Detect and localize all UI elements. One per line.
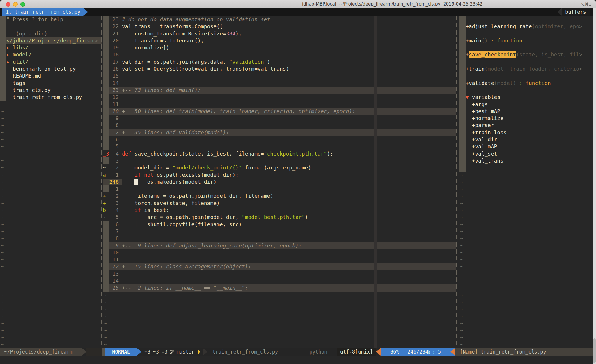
tree-item[interactable]: " Press ? for help [0, 16, 102, 23]
tree-item[interactable]: .. (up a dir) [0, 30, 102, 37]
tag-item[interactable] [459, 72, 596, 79]
window-separator[interactable] [456, 16, 457, 348]
code-line[interactable]: +3 torch.save(state, filename) [103, 200, 456, 207]
tag-item[interactable] [459, 30, 596, 37]
line-text: val_set = QuerySet(root=val_dir, transfo… [122, 66, 289, 72]
folded-code-line[interactable]: 12+-- 15 lines: class AverageMeter(objec… [103, 263, 456, 270]
code-line[interactable]: 14 [103, 277, 456, 284]
tree-item[interactable]: ▸ util/ [0, 58, 102, 65]
code-line[interactable]: ~5 │ src = os.path.join(model_dir, "mode… [103, 214, 456, 221]
tree-item[interactable]: README.md [0, 72, 102, 79]
code-line[interactable]: 5 [103, 143, 456, 150]
line-number: 20 [109, 37, 122, 44]
tag-item[interactable] [459, 16, 596, 23]
tree-item[interactable]: benchmark_on_test.py [0, 65, 102, 72]
code-line[interactable]: 6 │ shutil.copyfile(filename, src) [103, 221, 456, 228]
tree-item[interactable]: </jdhao/Projects/deep_firear> [0, 37, 102, 44]
tag-item[interactable] [459, 58, 596, 65]
code-line[interactable]: 22val_trans = transforms.Compose([ [103, 23, 456, 30]
code-line[interactable]: 11 [103, 101, 456, 108]
code-line[interactable]: 16val_set = QuerySet(root=val_dir, trans… [103, 65, 456, 72]
tree-item[interactable]: tags [0, 80, 102, 87]
sign-column [459, 65, 466, 72]
line-text: val_trans = transforms.Compose([ [122, 23, 223, 29]
code-line[interactable]: 12 [103, 94, 456, 101]
code-line[interactable]: 20 transforms.ToTensor(), [103, 37, 456, 44]
code-line[interactable]: 3 [103, 157, 456, 164]
code-line[interactable]: b4 if is_best: [103, 207, 456, 214]
tree-item[interactable]: train_retr_from_cls.py [0, 94, 102, 101]
tag-item[interactable]: +validate(model) : function [459, 80, 596, 87]
code-line[interactable]: 8 [103, 122, 456, 129]
code-line[interactable]: 21 custom_transform.Resize(size=384), [103, 30, 456, 37]
tag-item[interactable]: +main() : function [459, 37, 596, 44]
code-line[interactable]: 7 [103, 228, 456, 235]
tag-item[interactable]: +train(model, train_loader, criterio> [459, 65, 596, 72]
folded-code-line[interactable]: 15+-- 2 lines: if __name__ == "__main__"… [103, 284, 456, 291]
tree-item[interactable]: ▸ model/ [0, 51, 102, 58]
empty-line: ~ [0, 115, 102, 122]
code-line[interactable]: ~2 model_dir = "model/check_point/{}".fo… [103, 164, 456, 171]
code-line[interactable]: 19 normalize]) [103, 44, 456, 51]
tilde-icon: ~ [0, 341, 4, 347]
folded-code-line[interactable]: 10+-- 50 lines: def train(model, train_l… [103, 108, 456, 115]
cursor-block [134, 179, 138, 185]
line-number: 9 [109, 115, 122, 122]
code-line[interactable]: 1 [103, 185, 456, 192]
code-line[interactable]: 10 [103, 249, 456, 256]
folded-code-line[interactable]: 7+-- 35 lines: def validate(model): [103, 129, 456, 136]
line-text: +-- 35 lines: def validate(model): [122, 129, 229, 135]
tag-item[interactable]: +val_set [459, 150, 596, 157]
code-line[interactable]: 18 [103, 51, 456, 58]
window-separator[interactable] [101, 16, 102, 348]
color-column [374, 122, 377, 129]
minimize-button[interactable] [13, 2, 18, 7]
empty-line: ~ [0, 143, 102, 150]
scrollbar-thumb[interactable] [593, 338, 596, 363]
tag-item[interactable]: +args [459, 101, 596, 108]
code-line[interactable]: 6 [103, 136, 456, 143]
tree-item[interactable]: train_cls.py [0, 87, 102, 94]
code-line[interactable]: a1 if not os.path.exists(model_dir): [103, 172, 456, 179]
command-line[interactable] [0, 356, 596, 364]
tag-item[interactable]: +val_mAP [459, 143, 596, 150]
tag-item[interactable]: +train_loss [459, 129, 596, 136]
tree-item[interactable] [0, 101, 102, 108]
line-number: 15 [109, 284, 122, 291]
tree-item[interactable] [0, 23, 102, 30]
tag-item[interactable]: +normalize [459, 115, 596, 122]
code-line[interactable]: 246 os.makedirs(model_dir) [103, 179, 456, 185]
code-line[interactable]: 11 [103, 256, 456, 263]
code-line[interactable]: _34def save_checkpoint(state, is_best, f… [103, 150, 456, 157]
zoom-button[interactable] [20, 2, 25, 7]
close-button[interactable] [6, 2, 10, 7]
empty-line: ~ [0, 207, 102, 214]
code-line[interactable]: 13 [103, 270, 456, 277]
scrollbar-track[interactable] [593, 8, 596, 364]
code-line[interactable]: 23# do not do data augmentation on valid… [103, 16, 456, 23]
tilde-icon: ~ [459, 235, 463, 241]
tree-item[interactable]: ▸ libs/ [0, 44, 102, 51]
code-line[interactable]: 8 [103, 235, 456, 242]
tag-item[interactable] [459, 87, 596, 94]
tag-item[interactable]: +val_dir [459, 136, 596, 143]
tag-item[interactable]: +adjust_learning_rate(optimizer, epo> [459, 23, 596, 30]
code-line[interactable]: 15 [103, 72, 456, 79]
buffer-tab[interactable]: 1. train_retr_from_cls.py [2, 8, 88, 16]
folded-code-line[interactable]: 13+-- 73 lines: def main(): [103, 87, 456, 94]
empty-line: ~ [0, 292, 102, 299]
code-line[interactable]: 9 [103, 115, 456, 122]
tag-item[interactable]: ▼ variables [459, 94, 596, 101]
nerdtree-status-fill [86, 348, 102, 356]
code-line[interactable]: 14 [103, 80, 456, 87]
tag-item[interactable] [459, 164, 596, 171]
color-column [374, 256, 377, 263]
tag-item[interactable]: +parser [459, 122, 596, 129]
code-line[interactable]: +2 filename = os.path.join(model_dir, fi… [103, 192, 456, 199]
tag-item[interactable]: +val_trans [459, 157, 596, 164]
tag-item[interactable]: +save_checkpoint(state, is_best, fil> [459, 51, 596, 58]
tag-item[interactable]: +best_mAP [459, 108, 596, 115]
tag-item[interactable] [459, 44, 596, 51]
code-line[interactable]: 17val_dir = os.path.join(args.data, "val… [103, 58, 456, 65]
folded-code-line[interactable]: 9+-- 9 lines: def adjust_learning_rate(o… [103, 242, 456, 249]
